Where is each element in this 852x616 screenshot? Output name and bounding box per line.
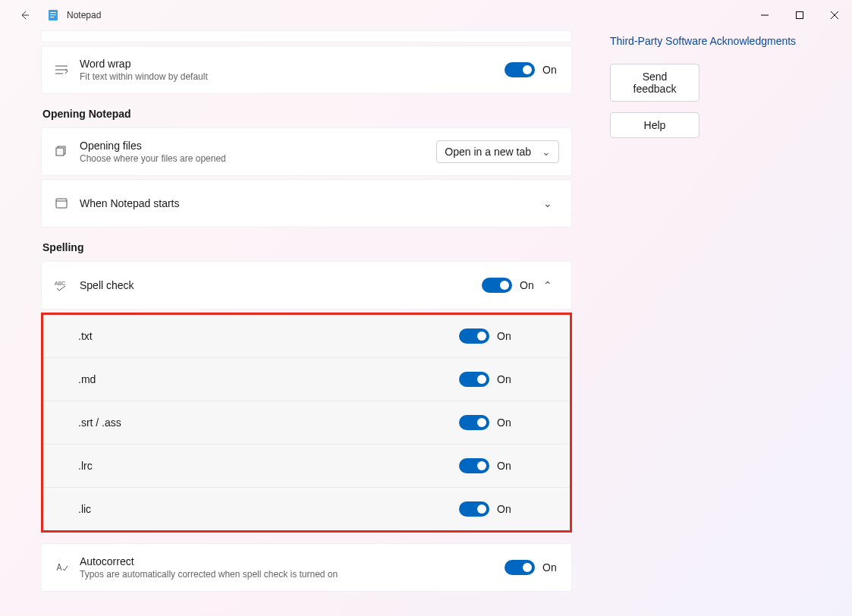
spell-check-toggle[interactable]	[482, 278, 512, 293]
opening-files-value: Open in a new tab	[445, 146, 531, 158]
svg-rect-1	[50, 12, 56, 13]
ext-state: On	[497, 330, 535, 342]
ext-label: .txt	[78, 330, 459, 342]
ext-row-srt[interactable]: .srt / .ass On	[43, 401, 570, 444]
autocorrect-card[interactable]: Autocorrect Typos are automatically corr…	[41, 543, 572, 592]
svg-rect-3	[50, 17, 54, 17]
spelling-section-title: Spelling	[42, 241, 572, 253]
opening-section-title: Opening Notepad	[42, 108, 572, 120]
ext-state: On	[497, 460, 535, 472]
ext-label: .lrc	[78, 460, 459, 472]
autocorrect-sub: Typos are automatically corrected when s…	[80, 569, 505, 580]
app-title: Notepad	[67, 10, 101, 20]
word-wrap-state: On	[542, 64, 559, 76]
chevron-down-icon: ⌄	[542, 146, 551, 158]
highlighted-extensions: .txt On .md On .srt / .ass On .lrc	[41, 313, 572, 533]
close-button[interactable]	[817, 3, 852, 27]
when-starts-icon	[54, 197, 69, 209]
ext-label: .lic	[78, 503, 459, 515]
minimize-button[interactable]	[747, 3, 782, 27]
ext-row-lrc[interactable]: .lrc On	[43, 444, 570, 487]
svg-rect-12	[56, 148, 64, 156]
opening-files-dropdown[interactable]: Open in a new tab ⌄	[436, 140, 559, 163]
send-feedback-button[interactable]: Send feedback	[610, 64, 700, 102]
autocorrect-icon	[54, 561, 69, 574]
spell-check-icon: ABC	[54, 279, 69, 291]
svg-text:ABC: ABC	[55, 281, 65, 286]
ext-state: On	[497, 416, 535, 429]
ext-row-md[interactable]: .md On	[43, 357, 570, 401]
ext-toggle-lic[interactable]	[459, 501, 489, 517]
autocorrect-state: On	[542, 561, 559, 574]
svg-rect-5	[797, 12, 803, 19]
acknowledgments-link[interactable]: Third-Party Software Acknowledgments	[610, 35, 822, 47]
ext-label: .md	[78, 373, 459, 385]
word-wrap-title: Word wrap	[80, 58, 505, 70]
chevron-up-icon: ⌃	[536, 279, 559, 291]
word-wrap-toggle[interactable]	[505, 62, 535, 77]
ext-row-txt[interactable]: .txt On	[43, 315, 570, 357]
help-button[interactable]: Help	[610, 112, 700, 138]
word-wrap-card[interactable]: Word wrap Fit text within window by defa…	[41, 46, 572, 94]
spell-check-state: On	[520, 279, 536, 291]
svg-rect-13	[56, 199, 67, 208]
spell-check-title: Spell check	[80, 279, 482, 291]
ext-label: .srt / .ass	[78, 416, 459, 429]
word-wrap-sub: Fit text within window by default	[80, 71, 505, 82]
ext-state: On	[497, 373, 535, 385]
opening-files-icon	[54, 146, 69, 158]
word-wrap-icon	[54, 64, 69, 75]
opening-files-sub: Choose where your files are opened	[80, 153, 436, 164]
notepad-app-icon	[47, 9, 59, 21]
when-starts-title: When Notepad starts	[80, 197, 536, 209]
opening-files-title: Opening files	[80, 140, 436, 152]
ext-toggle-txt[interactable]	[459, 328, 489, 344]
partial-card-above	[41, 30, 572, 42]
back-button[interactable]	[12, 3, 36, 27]
autocorrect-toggle[interactable]	[505, 560, 535, 575]
ext-toggle-md[interactable]	[459, 372, 489, 387]
ext-toggle-lrc[interactable]	[459, 458, 489, 473]
autocorrect-title: Autocorrect	[80, 555, 505, 567]
ext-row-lic[interactable]: .lic On	[43, 487, 570, 530]
spell-check-card[interactable]: ABC Spell check On ⌃	[41, 261, 572, 310]
ext-state: On	[497, 503, 535, 515]
ext-toggle-srt[interactable]	[459, 415, 489, 430]
maximize-button[interactable]	[782, 3, 817, 27]
svg-rect-2	[50, 14, 56, 15]
when-starts-card[interactable]: When Notepad starts ⌄	[41, 179, 572, 228]
opening-files-card[interactable]: Opening files Choose where your files ar…	[41, 127, 572, 176]
chevron-down-icon: ⌄	[536, 197, 559, 209]
